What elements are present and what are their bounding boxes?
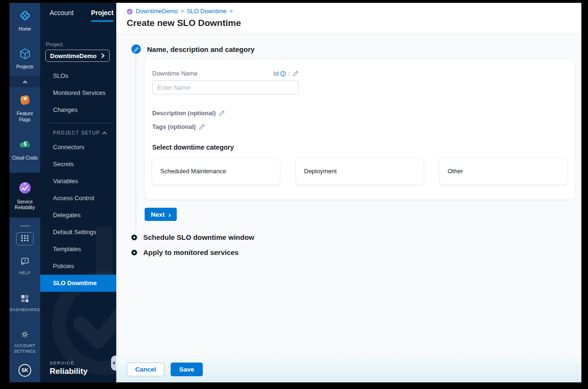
avatar-initials: SK bbox=[22, 368, 28, 373]
cloud-costs-icon: $ bbox=[18, 137, 32, 153]
save-button[interactable]: Save bbox=[171, 363, 203, 376]
wizard-step-3: Apply to monitored services bbox=[131, 248, 575, 256]
sidebar-item-connectors[interactable]: Connectors bbox=[40, 139, 116, 156]
rail-item-label: DASHBOARDS bbox=[10, 307, 40, 313]
chevron-right-icon: › bbox=[168, 211, 171, 218]
project-setup-section-toggle[interactable]: PROJECT SETUP bbox=[40, 126, 116, 139]
sidebar-nav: SLOs Monitored Services Changes PROJECT … bbox=[40, 68, 116, 292]
rail-item-label: Service Reliability bbox=[12, 199, 38, 211]
chevron-left-icon bbox=[112, 361, 115, 365]
wizard-connector-line bbox=[136, 55, 136, 230]
sidebar-item-templates[interactable]: Templates bbox=[40, 241, 116, 258]
sidebar-item-secrets[interactable]: Secrets bbox=[40, 156, 116, 173]
tags-row: Tags (optional) bbox=[152, 123, 567, 130]
rail-divider-handle[interactable] bbox=[20, 225, 30, 227]
description-row: Description (optional) bbox=[152, 110, 567, 117]
category-card-other[interactable]: Other bbox=[440, 158, 567, 185]
module-name-label: Reliability bbox=[50, 367, 87, 376]
rail-item-label: Projects bbox=[16, 64, 33, 70]
module-picker-button[interactable] bbox=[16, 232, 34, 245]
id-label: Id bbox=[274, 70, 279, 77]
category-heading: Select downtime category bbox=[152, 144, 567, 151]
project-selector-value: DowntimeDemo bbox=[50, 52, 96, 59]
rail-item-label: Cloud Costs bbox=[12, 155, 37, 161]
rail-item-label: ACCOUNT SETTINGS bbox=[12, 343, 38, 355]
next-button[interactable]: Next › bbox=[145, 208, 177, 221]
tags-label: Tags (optional) bbox=[152, 123, 196, 130]
rail-collapse-band[interactable] bbox=[9, 76, 40, 88]
edit-id-pencil-icon[interactable] bbox=[293, 70, 299, 76]
breadcrumb-separator: > bbox=[181, 8, 184, 15]
feature-flags-icon bbox=[18, 93, 32, 109]
sidebar-item-changes[interactable]: Changes bbox=[40, 101, 116, 118]
page-title: Create new SLO Downtime bbox=[127, 18, 581, 28]
rail-item-label: Home bbox=[18, 26, 31, 33]
edit-tags-pencil-icon[interactable] bbox=[199, 124, 205, 130]
help-icon: ? bbox=[20, 257, 30, 268]
edit-description-pencil-icon[interactable] bbox=[219, 110, 225, 116]
chevron-right-icon bbox=[101, 52, 105, 59]
step-3-indicator[interactable] bbox=[131, 250, 137, 255]
rail-item-cloud-costs[interactable]: $ Cloud Costs bbox=[9, 133, 40, 165]
step-3-title: Apply to monitored services bbox=[143, 248, 239, 256]
category-card-scheduled-maintenance[interactable]: Scheduled Maintenance bbox=[152, 158, 280, 185]
sidebar-item-slo-downtime[interactable]: SLO Downtime bbox=[40, 275, 116, 292]
step-2-title: Schedule SLO downtime window bbox=[143, 233, 254, 241]
svg-text:?: ? bbox=[24, 259, 26, 263]
step-1-panel: Downtime Name Id : bbox=[145, 59, 575, 200]
service-reliability-icon bbox=[17, 180, 33, 197]
tab-account[interactable]: Account bbox=[50, 9, 74, 22]
section-header-label: PROJECT SETUP bbox=[53, 130, 100, 135]
rail-item-label: Feature Flags bbox=[10, 111, 39, 123]
breadcrumb-project-link[interactable]: DowntimeDemo bbox=[136, 8, 178, 15]
wizard-step-1: Name, description and category bbox=[131, 44, 575, 54]
rail-item-feature-flags[interactable]: Feature Flags bbox=[9, 89, 40, 127]
user-avatar[interactable]: SK bbox=[18, 364, 31, 377]
sidebar-item-access-control[interactable]: Access Control bbox=[40, 190, 116, 207]
breadcrumb-slo-downtime-link[interactable]: SLO Downtime bbox=[187, 8, 226, 15]
project-selector-label: Project bbox=[46, 42, 116, 47]
step-1-title: Name, description and category bbox=[147, 45, 255, 53]
rail-item-account-settings[interactable]: ACCOUNT SETTINGS bbox=[9, 325, 40, 360]
service-reliability-badge-icon bbox=[127, 8, 133, 15]
chevron-up-icon bbox=[102, 130, 107, 135]
cancel-button[interactable]: Cancel bbox=[127, 363, 164, 376]
gear-icon bbox=[20, 330, 29, 341]
sidebar-item-default-settings[interactable]: Default Settings bbox=[40, 224, 116, 241]
rail-item-help[interactable]: ? HELP bbox=[9, 253, 40, 281]
sidebar-item-variables[interactable]: Variables bbox=[40, 173, 116, 190]
id-colon: : bbox=[288, 70, 290, 77]
step-1-edit-icon[interactable] bbox=[131, 44, 141, 54]
svg-text:$: $ bbox=[24, 142, 26, 147]
rail-item-service-reliability[interactable]: Service Reliability bbox=[9, 173, 40, 218]
sidebar-item-monitored-services[interactable]: Monitored Services bbox=[40, 85, 116, 101]
category-card-deployment[interactable]: Deployment bbox=[296, 158, 424, 185]
downtime-name-input[interactable] bbox=[152, 80, 299, 94]
rail-bottom-section: ? HELP DASHBOARDS bbox=[9, 253, 40, 382]
wizard-step-2: Schedule SLO downtime window bbox=[131, 233, 575, 241]
module-rail: Home Projects bbox=[9, 3, 40, 382]
sidebar-collapse-button[interactable] bbox=[111, 355, 116, 371]
sidebar-item-policies[interactable]: Policies bbox=[40, 258, 116, 275]
triangle-up-icon bbox=[22, 80, 28, 83]
project-selector[interactable]: DowntimeDemo bbox=[45, 50, 110, 62]
action-footer: Cancel Save bbox=[116, 356, 581, 382]
name-field-labels: Downtime Name Id : bbox=[152, 70, 299, 77]
info-icon[interactable] bbox=[280, 71, 286, 76]
grid-icon bbox=[21, 235, 28, 243]
project-sidebar: Account Project Project DowntimeDemo SLO… bbox=[40, 3, 116, 382]
sidebar-item-slos[interactable]: SLOs bbox=[40, 68, 116, 85]
step-2-indicator[interactable] bbox=[131, 235, 137, 240]
rail-item-home[interactable]: Home bbox=[9, 3, 40, 36]
category-cards: Scheduled Maintenance Deployment Other bbox=[152, 158, 567, 185]
sidebar-item-delegates[interactable]: Delegates bbox=[40, 207, 116, 224]
rail-item-dashboards[interactable]: DASHBOARDS bbox=[9, 289, 40, 318]
main-content: DowntimeDemo > SLO Downtime > Create new… bbox=[116, 3, 581, 382]
rail-item-label: HELP bbox=[19, 270, 31, 276]
tab-project[interactable]: Project bbox=[91, 9, 113, 22]
app-window: Home Projects bbox=[9, 3, 581, 382]
module-title-block: SERVICE Reliability bbox=[50, 360, 87, 376]
breadcrumb-separator: > bbox=[229, 8, 233, 15]
rail-item-projects[interactable]: Projects bbox=[9, 43, 40, 74]
scope-tabs: Account Project bbox=[40, 3, 116, 22]
